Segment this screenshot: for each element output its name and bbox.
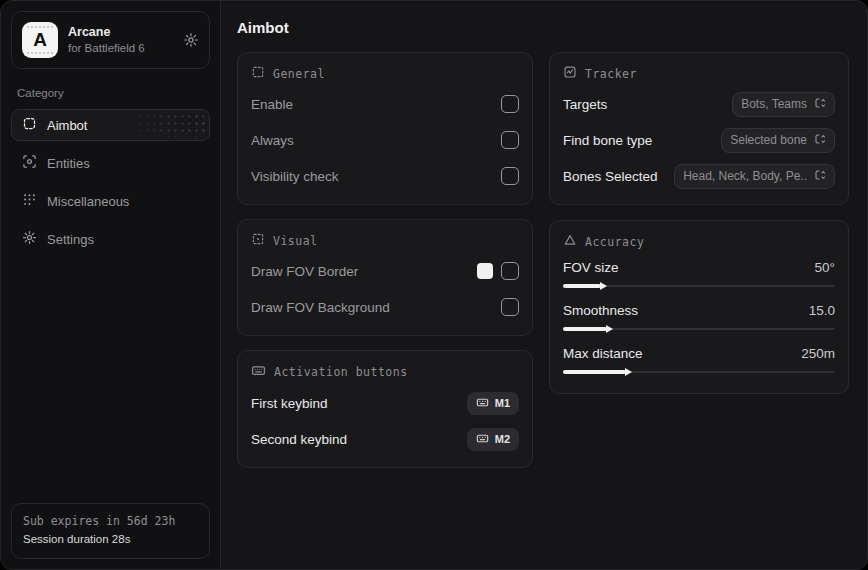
- fov-size-slider[interactable]: [563, 279, 835, 293]
- scan-icon: [22, 116, 37, 134]
- app-window: A Arcane for Battlefield 6 Category: [0, 0, 868, 570]
- app-subtitle: for Battlefield 6: [68, 41, 173, 57]
- slider-value: 250m: [801, 346, 835, 361]
- sub-expires-text: Sub expires in 56d 23h: [23, 513, 198, 531]
- draw-fov-background-checkbox[interactable]: [501, 298, 519, 316]
- setting-row: Second keybind M2: [251, 425, 519, 453]
- unfold-vertical-icon: [814, 97, 826, 112]
- session-duration-text: Session duration 28s: [23, 531, 198, 549]
- slider-fill[interactable]: [563, 284, 601, 288]
- general-card: General Enable Always Visibility check: [237, 52, 533, 205]
- slider-fill[interactable]: [563, 370, 626, 374]
- general-card-header: General: [251, 65, 519, 82]
- max-distance-slider-group: Max distance 250m: [563, 346, 835, 379]
- setting-row: First keybind M1: [251, 389, 519, 417]
- keybind-value: M1: [495, 397, 510, 409]
- smoothness-slider-group: Smoothness 15.0: [563, 303, 835, 336]
- find-bone-type-select[interactable]: Selected bone: [721, 128, 835, 153]
- fov-border-color-swatch[interactable]: [477, 263, 493, 279]
- card-title: Visual: [273, 234, 318, 248]
- app-logo: A: [22, 22, 58, 58]
- visual-card-header: Visual: [251, 232, 519, 249]
- app-name: Arcane: [68, 24, 173, 41]
- main-content: Aimbot General Enable: [221, 1, 867, 569]
- setting-label: Always: [251, 133, 294, 148]
- setting-label: Enable: [251, 97, 293, 112]
- setting-row: Draw FOV Background: [251, 293, 519, 321]
- app-titles: Arcane for Battlefield 6: [68, 24, 173, 56]
- targets-select[interactable]: Bots, Teams: [732, 92, 835, 117]
- active-item-dot-pattern: [109, 113, 205, 137]
- sidebar-item-label: Aimbot: [47, 118, 87, 133]
- sidebar-item-aimbot[interactable]: Aimbot: [11, 109, 210, 141]
- tracker-card: Tracker Targets Bots, Teams: [549, 52, 849, 205]
- card-title: Accuracy: [585, 235, 644, 249]
- bones-selected-select[interactable]: Head, Neck, Body, Pe..: [674, 164, 835, 189]
- triangle-icon: [563, 233, 577, 250]
- gear-icon[interactable]: [183, 32, 199, 48]
- setting-label: Bones Selected: [563, 169, 658, 184]
- logo-dots-decoration: [26, 25, 54, 29]
- setting-row: Enable: [251, 90, 519, 118]
- right-column: Tracker Targets Bots, Teams: [549, 52, 849, 394]
- activation-card-header: Activation buttons: [251, 363, 519, 381]
- sidebar-item-label: Settings: [47, 232, 94, 247]
- keyboard-icon: [251, 363, 266, 381]
- keyboard-icon: [476, 396, 489, 411]
- activation-buttons-card: Activation buttons First keybind M1: [237, 350, 533, 468]
- grip-dots-icon: [22, 192, 37, 210]
- box-select-icon: [251, 65, 265, 82]
- setting-row: Always: [251, 126, 519, 154]
- gear-icon: [22, 230, 37, 248]
- select-value: Bots, Teams: [741, 97, 807, 111]
- page-title: Aimbot: [237, 19, 849, 36]
- select-value: Selected bone: [730, 133, 807, 147]
- sidebar-header: A Arcane for Battlefield 6: [11, 11, 210, 69]
- setting-label: FOV size: [563, 260, 619, 275]
- second-keybind-button[interactable]: M2: [467, 428, 519, 451]
- first-keybind-button[interactable]: M1: [467, 392, 519, 415]
- sidebar-item-miscellaneous[interactable]: Miscellaneous: [11, 185, 210, 217]
- setting-row: Draw FOV Border: [251, 257, 519, 285]
- activity-square-icon: [563, 65, 577, 82]
- setting-row: Bones Selected Head, Neck, Body, Pe..: [563, 162, 835, 190]
- always-checkbox[interactable]: [501, 131, 519, 149]
- accuracy-card: Accuracy FOV size 50°: [549, 220, 849, 394]
- sidebar-item-label: Entities: [47, 156, 90, 171]
- subscription-info-box: Sub expires in 56d 23h Session duration …: [11, 503, 210, 559]
- sidebar-item-label: Miscellaneous: [47, 194, 129, 209]
- visibility-check-checkbox[interactable]: [501, 167, 519, 185]
- slider-value: 50°: [815, 260, 835, 275]
- setting-row: Visibility check: [251, 162, 519, 190]
- keyboard-icon: [476, 432, 489, 447]
- setting-row: Find bone type Selected bone: [563, 126, 835, 154]
- setting-label: Draw FOV Background: [251, 300, 390, 315]
- enable-checkbox[interactable]: [501, 95, 519, 113]
- card-title: General: [273, 67, 325, 81]
- max-distance-slider[interactable]: [563, 365, 835, 379]
- sidebar-item-entities[interactable]: Entities: [11, 147, 210, 179]
- scan-eye-icon: [22, 154, 37, 172]
- setting-label: Smoothness: [563, 303, 638, 318]
- unfold-vertical-icon: [814, 133, 826, 148]
- sidebar-item-settings[interactable]: Settings: [11, 223, 210, 255]
- keybind-value: M2: [495, 433, 510, 445]
- category-label: Category: [17, 87, 204, 99]
- visual-card: Visual Draw FOV Border Draw FOV Backgrou…: [237, 219, 533, 336]
- accuracy-card-header: Accuracy: [563, 233, 835, 250]
- smoothness-slider[interactable]: [563, 322, 835, 336]
- logo-letter: A: [33, 29, 47, 51]
- left-column: General Enable Always Visibility check: [237, 52, 533, 468]
- setting-label: Find bone type: [563, 133, 652, 148]
- slider-value: 15.0: [809, 303, 835, 318]
- setting-label: First keybind: [251, 396, 328, 411]
- tracker-card-header: Tracker: [563, 65, 835, 82]
- sidebar-nav: Aimbot Entities: [11, 109, 210, 255]
- draw-fov-border-checkbox[interactable]: [501, 262, 519, 280]
- logo-dots-decoration: [26, 51, 54, 55]
- setting-row: Targets Bots, Teams: [563, 90, 835, 118]
- setting-label: Max distance: [563, 346, 643, 361]
- fov-size-slider-group: FOV size 50°: [563, 260, 835, 293]
- slider-fill[interactable]: [563, 327, 607, 331]
- focus-dot-icon: [251, 232, 265, 249]
